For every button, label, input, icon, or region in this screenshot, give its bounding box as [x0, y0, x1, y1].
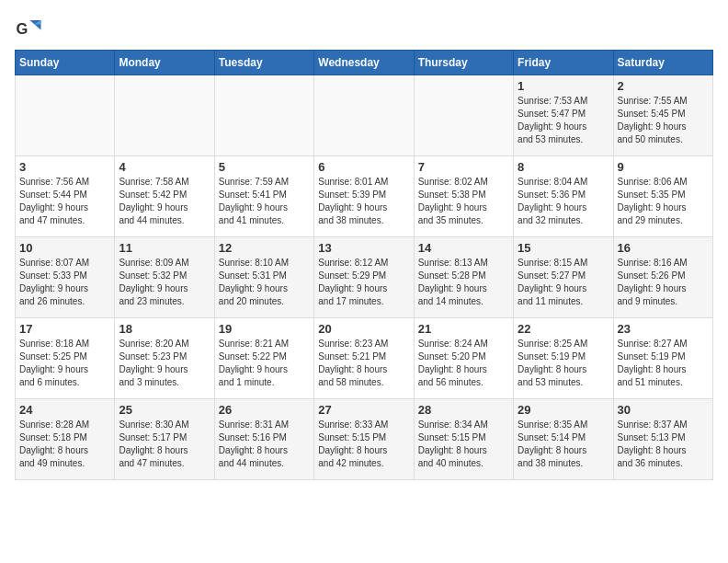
- calendar-cell: 10Sunrise: 8:07 AM Sunset: 5:33 PM Dayli…: [16, 237, 115, 318]
- day-number: 21: [418, 322, 509, 336]
- day-number: 27: [318, 403, 409, 417]
- calendar-cell: 23Sunrise: 8:27 AM Sunset: 5:19 PM Dayli…: [613, 318, 712, 399]
- day-number: 22: [518, 322, 609, 336]
- day-info: Sunrise: 8:02 AM Sunset: 5:38 PM Dayligh…: [418, 176, 509, 227]
- day-number: 12: [219, 241, 310, 255]
- calendar-cell: 22Sunrise: 8:25 AM Sunset: 5:19 PM Dayli…: [514, 318, 613, 399]
- calendar-cell: 6Sunrise: 8:01 AM Sunset: 5:39 PM Daylig…: [314, 156, 414, 237]
- day-number: 2: [618, 79, 709, 93]
- calendar-cell: 26Sunrise: 8:31 AM Sunset: 5:16 PM Dayli…: [214, 399, 313, 480]
- day-info: Sunrise: 8:07 AM Sunset: 5:33 PM Dayligh…: [19, 257, 110, 308]
- weekday-header: Thursday: [414, 51, 513, 75]
- day-info: Sunrise: 8:12 AM Sunset: 5:29 PM Dayligh…: [318, 257, 409, 308]
- day-number: 30: [618, 403, 709, 417]
- day-info: Sunrise: 8:10 AM Sunset: 5:31 PM Dayligh…: [219, 257, 310, 308]
- day-number: 9: [618, 160, 709, 174]
- day-info: Sunrise: 8:13 AM Sunset: 5:28 PM Dayligh…: [418, 257, 509, 308]
- day-info: Sunrise: 8:34 AM Sunset: 5:15 PM Dayligh…: [418, 419, 509, 470]
- calendar-cell: 11Sunrise: 8:09 AM Sunset: 5:32 PM Dayli…: [115, 237, 214, 318]
- calendar-cell: [115, 75, 214, 156]
- day-number: 14: [418, 241, 509, 255]
- calendar-cell: [16, 75, 115, 156]
- day-number: 16: [618, 241, 709, 255]
- day-info: Sunrise: 7:56 AM Sunset: 5:44 PM Dayligh…: [19, 176, 110, 227]
- day-info: Sunrise: 8:01 AM Sunset: 5:39 PM Dayligh…: [318, 176, 409, 227]
- calendar-cell: 4Sunrise: 7:58 AM Sunset: 5:42 PM Daylig…: [115, 156, 214, 237]
- calendar-cell: 9Sunrise: 8:06 AM Sunset: 5:35 PM Daylig…: [613, 156, 712, 237]
- calendar-cell: 21Sunrise: 8:24 AM Sunset: 5:20 PM Dayli…: [414, 318, 513, 399]
- day-info: Sunrise: 7:53 AM Sunset: 5:47 PM Dayligh…: [518, 95, 609, 146]
- day-info: Sunrise: 8:31 AM Sunset: 5:16 PM Dayligh…: [219, 419, 310, 470]
- calendar-week-row: 10Sunrise: 8:07 AM Sunset: 5:33 PM Dayli…: [16, 237, 713, 318]
- day-number: 6: [318, 160, 409, 174]
- day-info: Sunrise: 8:33 AM Sunset: 5:15 PM Dayligh…: [318, 419, 409, 470]
- weekday-header: Sunday: [16, 51, 115, 75]
- day-number: 28: [418, 403, 509, 417]
- calendar-cell: 14Sunrise: 8:13 AM Sunset: 5:28 PM Dayli…: [414, 237, 513, 318]
- weekday-header: Saturday: [613, 51, 712, 75]
- day-number: 13: [318, 241, 409, 255]
- day-number: 5: [219, 160, 310, 174]
- calendar-cell: 17Sunrise: 8:18 AM Sunset: 5:25 PM Dayli…: [16, 318, 115, 399]
- calendar-cell: 12Sunrise: 8:10 AM Sunset: 5:31 PM Dayli…: [214, 237, 313, 318]
- calendar-cell: 13Sunrise: 8:12 AM Sunset: 5:29 PM Dayli…: [314, 237, 414, 318]
- calendar-cell: 5Sunrise: 7:59 AM Sunset: 5:41 PM Daylig…: [214, 156, 313, 237]
- calendar-cell: [214, 75, 313, 156]
- calendar-week-row: 17Sunrise: 8:18 AM Sunset: 5:25 PM Dayli…: [16, 318, 713, 399]
- calendar-cell: 16Sunrise: 8:16 AM Sunset: 5:26 PM Dayli…: [613, 237, 712, 318]
- logo-icon: G: [15, 15, 42, 42]
- day-number: 29: [518, 403, 609, 417]
- day-number: 18: [119, 322, 210, 336]
- day-info: Sunrise: 7:58 AM Sunset: 5:42 PM Dayligh…: [119, 176, 210, 227]
- day-info: Sunrise: 8:15 AM Sunset: 5:27 PM Dayligh…: [518, 257, 609, 308]
- day-info: Sunrise: 8:28 AM Sunset: 5:18 PM Dayligh…: [19, 419, 110, 470]
- day-number: 7: [418, 160, 509, 174]
- calendar-cell: 28Sunrise: 8:34 AM Sunset: 5:15 PM Dayli…: [414, 399, 513, 480]
- weekday-header-row: SundayMondayTuesdayWednesdayThursdayFrid…: [16, 51, 713, 75]
- calendar-cell: 30Sunrise: 8:37 AM Sunset: 5:13 PM Dayli…: [613, 399, 712, 480]
- day-number: 8: [518, 160, 609, 174]
- day-info: Sunrise: 8:21 AM Sunset: 5:22 PM Dayligh…: [219, 338, 310, 389]
- calendar: SundayMondayTuesdayWednesdayThursdayFrid…: [15, 50, 713, 480]
- calendar-week-row: 3Sunrise: 7:56 AM Sunset: 5:44 PM Daylig…: [16, 156, 713, 237]
- calendar-week-row: 24Sunrise: 8:28 AM Sunset: 5:18 PM Dayli…: [16, 399, 713, 480]
- day-info: Sunrise: 8:09 AM Sunset: 5:32 PM Dayligh…: [119, 257, 210, 308]
- day-info: Sunrise: 8:24 AM Sunset: 5:20 PM Dayligh…: [418, 338, 509, 389]
- page-header: G: [15, 15, 713, 42]
- calendar-cell: 20Sunrise: 8:23 AM Sunset: 5:21 PM Dayli…: [314, 318, 414, 399]
- weekday-header: Wednesday: [314, 51, 414, 75]
- calendar-week-row: 1Sunrise: 7:53 AM Sunset: 5:47 PM Daylig…: [16, 75, 713, 156]
- day-info: Sunrise: 8:25 AM Sunset: 5:19 PM Dayligh…: [518, 338, 609, 389]
- calendar-cell: 7Sunrise: 8:02 AM Sunset: 5:38 PM Daylig…: [414, 156, 513, 237]
- weekday-header: Friday: [514, 51, 613, 75]
- day-number: 10: [19, 241, 110, 255]
- day-number: 19: [219, 322, 310, 336]
- calendar-cell: 15Sunrise: 8:15 AM Sunset: 5:27 PM Dayli…: [514, 237, 613, 318]
- calendar-cell: 3Sunrise: 7:56 AM Sunset: 5:44 PM Daylig…: [16, 156, 115, 237]
- calendar-cell: [314, 75, 414, 156]
- day-info: Sunrise: 8:04 AM Sunset: 5:36 PM Dayligh…: [518, 176, 609, 227]
- day-info: Sunrise: 8:18 AM Sunset: 5:25 PM Dayligh…: [19, 338, 110, 389]
- day-info: Sunrise: 8:06 AM Sunset: 5:35 PM Dayligh…: [618, 176, 709, 227]
- calendar-cell: [414, 75, 513, 156]
- day-info: Sunrise: 8:16 AM Sunset: 5:26 PM Dayligh…: [618, 257, 709, 308]
- day-number: 24: [19, 403, 110, 417]
- day-info: Sunrise: 8:20 AM Sunset: 5:23 PM Dayligh…: [119, 338, 210, 389]
- day-info: Sunrise: 8:27 AM Sunset: 5:19 PM Dayligh…: [618, 338, 709, 389]
- calendar-cell: 2Sunrise: 7:55 AM Sunset: 5:45 PM Daylig…: [613, 75, 712, 156]
- day-number: 17: [19, 322, 110, 336]
- day-number: 11: [119, 241, 210, 255]
- logo: G: [15, 15, 46, 42]
- calendar-cell: 18Sunrise: 8:20 AM Sunset: 5:23 PM Dayli…: [115, 318, 214, 399]
- calendar-cell: 19Sunrise: 8:21 AM Sunset: 5:22 PM Dayli…: [214, 318, 313, 399]
- day-number: 3: [19, 160, 110, 174]
- weekday-header: Tuesday: [214, 51, 313, 75]
- day-number: 25: [119, 403, 210, 417]
- day-number: 26: [219, 403, 310, 417]
- calendar-cell: 29Sunrise: 8:35 AM Sunset: 5:14 PM Dayli…: [514, 399, 613, 480]
- calendar-cell: 1Sunrise: 7:53 AM Sunset: 5:47 PM Daylig…: [514, 75, 613, 156]
- calendar-cell: 27Sunrise: 8:33 AM Sunset: 5:15 PM Dayli…: [314, 399, 414, 480]
- calendar-cell: 24Sunrise: 8:28 AM Sunset: 5:18 PM Dayli…: [16, 399, 115, 480]
- day-info: Sunrise: 8:30 AM Sunset: 5:17 PM Dayligh…: [119, 419, 210, 470]
- day-number: 4: [119, 160, 210, 174]
